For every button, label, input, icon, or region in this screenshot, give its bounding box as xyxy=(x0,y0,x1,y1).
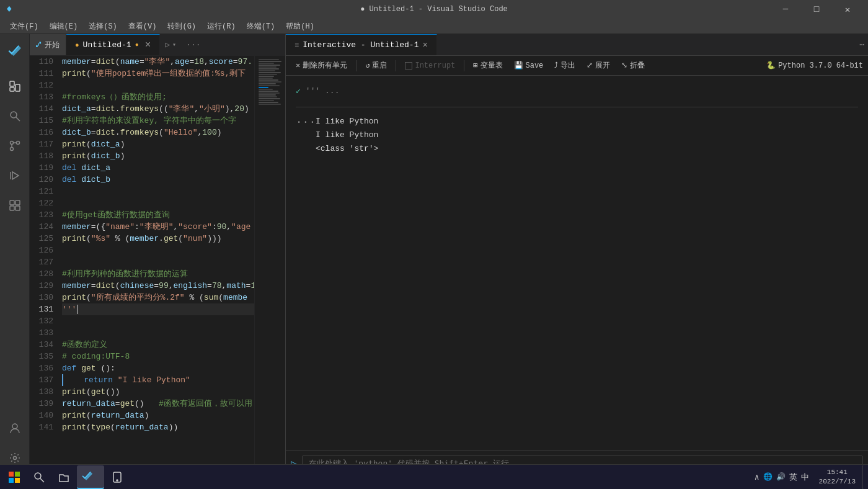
menu-file[interactable]: 文件(F) xyxy=(5,20,43,33)
tab-more-button[interactable]: ··· xyxy=(181,34,205,55)
svg-rect-1 xyxy=(16,84,20,91)
tray-language-en[interactable]: 英 xyxy=(789,472,797,483)
editor-tab-untitled[interactable]: ● Untitled-1 ● × xyxy=(66,34,160,55)
line-num-114: 114 xyxy=(30,103,53,115)
code-line-133 xyxy=(62,327,285,339)
line-num-131: 131 xyxy=(30,303,53,315)
ellipsis-toggle-icon[interactable]: ··· xyxy=(293,116,318,128)
menubar: 文件(F) 编辑(E) 选择(S) 查看(V) 转到(G) 运行(R) 终端(T… xyxy=(0,19,868,34)
svg-rect-19 xyxy=(15,478,20,483)
code-line-116: dict_b=dict.fromkeys("Hello",100) xyxy=(62,127,285,138)
code-line-129: member=dict(chinese=99,english=78,math=1 xyxy=(62,280,285,292)
activity-explorer[interactable] xyxy=(0,71,30,101)
line-num-128: 128 xyxy=(30,268,53,280)
restart-button[interactable]: ↺ 重启 xyxy=(360,59,392,72)
activity-vscode[interactable] xyxy=(0,37,30,66)
python-icon: 🐍 xyxy=(766,61,776,70)
interactive-tab-close[interactable]: × xyxy=(422,40,427,50)
svg-point-7 xyxy=(10,148,13,151)
panel-tab-more[interactable]: ⋯ xyxy=(856,34,868,55)
main-container: ⑇ 开始 ● Untitled-1 ● × ▷ ▾ ··· 110 111 11… xyxy=(0,34,868,475)
run-triangle-icon: ▷ xyxy=(165,40,170,50)
expand-icon: ⤢ xyxy=(587,61,593,70)
output-line-1: I like Python xyxy=(316,115,858,128)
svg-rect-17 xyxy=(15,472,20,477)
output-line-2: I like Python xyxy=(316,128,858,142)
editor-tab-bar: ⑇ 开始 ● Untitled-1 ● × ▷ ▾ ··· xyxy=(30,34,285,56)
tray-up-arrow[interactable]: ∧ xyxy=(755,472,760,482)
expand-button[interactable]: ⤢ 展开 xyxy=(582,59,615,72)
code-line-135: # coding:UTF-8 xyxy=(62,351,285,362)
panel-output: ✓ ''' ... ··· I like Python I like Pytho… xyxy=(286,76,868,451)
export-button[interactable]: ⤴ 导出 xyxy=(549,59,580,72)
titlebar-title: ● Untitled-1 - Visual Studio Code xyxy=(360,5,508,14)
tray-volume-icon[interactable]: 🔊 xyxy=(776,472,786,482)
svg-point-5 xyxy=(10,141,13,145)
tray-language-zh[interactable]: 中 xyxy=(801,472,809,483)
svg-rect-16 xyxy=(9,472,14,477)
menu-edit[interactable]: 编辑(E) xyxy=(45,20,83,33)
tray-network-icon[interactable]: 🌐 xyxy=(763,472,773,482)
activity-run-debug[interactable] xyxy=(0,161,30,191)
menu-terminal[interactable]: 终端(T) xyxy=(242,20,280,33)
svg-rect-12 xyxy=(10,206,14,210)
tab-dot: ● xyxy=(135,42,139,48)
interrupt-button[interactable]: Interrupt xyxy=(400,60,460,71)
code-line-121 xyxy=(62,186,285,197)
windows-start-button[interactable] xyxy=(2,465,26,489)
output-cell-main: ··· I like Python I like Python <class '… xyxy=(296,112,858,158)
start-label[interactable]: 开始 xyxy=(45,40,60,50)
line-num-132: 132 xyxy=(30,315,53,327)
interactive-tab[interactable]: ≡ Interactive - Untitled-1 × xyxy=(286,34,437,55)
taskbar-show-desktop[interactable] xyxy=(862,465,866,489)
code-area[interactable]: member=dict(name="李华",age=18,score=97. p… xyxy=(60,56,285,475)
activity-extensions[interactable] xyxy=(0,191,30,220)
cell-separator xyxy=(296,107,858,107)
line-num-127: 127 xyxy=(30,256,53,268)
editor-content: 110 111 112 113 114 115 116 117 118 119 … xyxy=(30,56,285,475)
close-button[interactable]: ✕ xyxy=(833,0,862,19)
menu-help[interactable]: 帮助(H) xyxy=(281,20,319,33)
collapse-button[interactable]: ⤡ 折叠 xyxy=(616,59,650,72)
tab-close-icon[interactable]: × xyxy=(145,40,151,51)
titlebar-left: ♦ xyxy=(6,4,12,15)
svg-rect-10 xyxy=(10,200,14,205)
menu-select[interactable]: 选择(S) xyxy=(84,20,122,33)
code-line-132 xyxy=(62,315,285,327)
python-version-indicator[interactable]: 🐍 Python 3.7.0 64-bit xyxy=(766,61,863,70)
titlebar-controls: ─ □ ✕ xyxy=(771,0,862,19)
line-num-117: 117 xyxy=(30,138,53,150)
menu-run[interactable]: 运行(R) xyxy=(202,20,241,33)
run-dropdown-icon[interactable]: ▾ xyxy=(172,41,176,48)
minimize-button[interactable]: ─ xyxy=(771,0,800,19)
windows-taskbar: ∧ 🌐 🔊 英 中 15:41 2022/7/13 xyxy=(0,464,868,489)
taskbar-vscode-button[interactable] xyxy=(77,465,104,489)
svg-line-4 xyxy=(16,117,20,121)
line-numbers: 110 111 112 113 114 115 116 117 118 119 … xyxy=(30,56,60,475)
checkmark-icon: ✓ xyxy=(296,86,301,96)
svg-point-23 xyxy=(117,480,118,481)
taskbar-explorer-button[interactable] xyxy=(52,465,76,489)
activity-source-control[interactable] xyxy=(0,131,30,161)
taskbar-clock[interactable]: 15:41 2022/7/13 xyxy=(814,468,861,486)
code-line-117: print(dict_a) xyxy=(62,138,285,150)
variable-table-button[interactable]: ⊞ 变量表 xyxy=(468,59,507,72)
save-button[interactable]: 💾 Save xyxy=(509,60,549,71)
table-icon: ⊞ xyxy=(473,61,477,70)
taskbar-search-button[interactable] xyxy=(27,465,51,489)
activity-search[interactable] xyxy=(0,101,30,131)
clock-time: 15:41 xyxy=(819,468,856,477)
activity-account[interactable] xyxy=(0,413,30,443)
run-button[interactable]: ▷ ▾ xyxy=(160,34,181,55)
code-line-138: print(get()) xyxy=(62,386,285,398)
menu-goto[interactable]: 转到(G) xyxy=(162,20,201,33)
line-num-112: 112 xyxy=(30,79,53,91)
code-line-115: #利用字符串的来设置key, 字符串中的每一个字 xyxy=(62,115,285,127)
menu-view[interactable]: 查看(V) xyxy=(123,20,162,33)
code-line-113: #fromkeys（）函数的使用; xyxy=(62,91,285,103)
maximize-button[interactable]: □ xyxy=(802,0,831,19)
line-num-113: 113 xyxy=(30,91,53,103)
delete-all-cells-button[interactable]: ✕ 删除所有单元 xyxy=(291,59,352,72)
code-line-125: print("%s" % (member.get("num"))) xyxy=(62,233,285,244)
taskbar-phone-button[interactable] xyxy=(105,465,129,489)
